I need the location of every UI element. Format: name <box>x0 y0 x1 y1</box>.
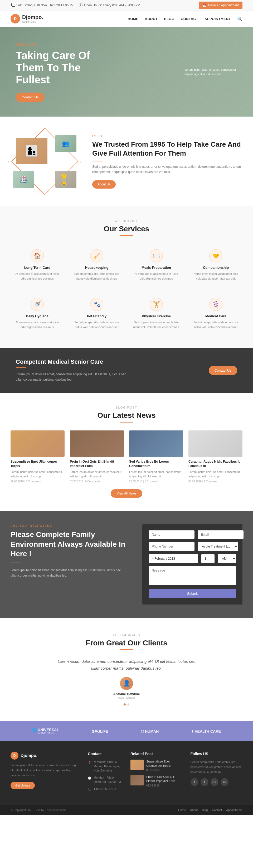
footer-about-col: D Djompo. Lorem ipsum dolor sit amet, co… <box>10 752 80 794</box>
copyright-nav-home[interactable]: Home <box>178 808 186 811</box>
about-button[interactable]: About Us <box>92 180 116 189</box>
partner-human-name: ⬡ HUMAN <box>141 729 159 734</box>
hero-tag: Senior Care <box>16 42 116 47</box>
dot-2[interactable] <box>127 704 129 706</box>
footer-post-image-1 <box>130 775 144 785</box>
appointment-desc: Lorem ipsum dolor sit amet, consectetur … <box>10 567 132 579</box>
logo: D Djompo. Senior Care <box>10 14 43 24</box>
blog-card-title-1: Proin In Orci Quis Elit Blandit Imperdie… <box>70 460 124 468</box>
copyright-nav: Home About Blog Contact Appointment <box>178 808 243 811</box>
main-header: D Djompo. Senior Care Home About Blog Co… <box>0 11 253 27</box>
testimonials-label: TESTIMONIALS <box>10 633 243 637</box>
ampm-select[interactable]: AM PM <box>218 554 236 563</box>
service-desc-0: At vero eos et accusamus et iusto odio d… <box>13 272 61 281</box>
copyright-nav-about[interactable]: About <box>190 808 198 811</box>
footer-post-date-0: 05.05.2018 <box>146 769 183 772</box>
view-all-news-button[interactable]: View All News <box>111 489 142 498</box>
blog-label: BLOG POST <box>10 406 243 409</box>
service-card-companionship: 🤝 Companionship Nemo enim ipsam voluptat… <box>189 244 243 286</box>
facebook-icon[interactable]: f <box>191 778 198 786</box>
footer-follow-col: Follow US Sed ut perspiciatis unde omnis… <box>191 752 243 794</box>
form-row-date-time: AM PM <box>149 554 236 563</box>
testimonials-divider <box>120 649 133 650</box>
email-input[interactable] <box>198 530 244 539</box>
footer-update-button[interactable]: Get Update <box>10 782 35 789</box>
footer: D Djompo. Lorem ipsum dolor sit amet, co… <box>0 741 253 805</box>
blog-card-title-0: Suspendisse Eget Ullamcorper Turpis <box>10 460 65 468</box>
twitter-icon[interactable]: t <box>200 778 209 786</box>
about-image-2 <box>13 170 34 188</box>
cta-title: Competent Medical Senior Care <box>16 359 127 365</box>
hero-content: Senior Care Taking Care Of Them To The F… <box>0 31 132 112</box>
services-section: WE PROVIDE Our Services 🏠 Long Term Care… <box>0 206 253 348</box>
footer-post-title-0: Suspendisse Eget Ullamcorper Turpis <box>146 760 183 768</box>
testimonial-text: Lorem ipsum dolor sit amet, consectetur … <box>48 658 205 672</box>
footer-post-title-1: Proin In Orci Quis Elit Blandit Imperdie… <box>146 775 183 783</box>
cta-contact-button[interactable]: Contact Us <box>209 366 237 375</box>
hero-desc-text: Lorem ipsum dolor sit amet, consectetur … <box>185 67 237 76</box>
footer-phone-text: 1-8154-5591-494 <box>94 787 116 791</box>
treatment-select[interactable]: Acute Treatment Ltd General Care Special… <box>198 542 238 551</box>
nav-about[interactable]: About <box>145 17 158 21</box>
date-input[interactable] <box>149 554 198 563</box>
hero-contact-button[interactable]: Contact Us <box>16 93 44 102</box>
long-term-icon: 🏠 <box>31 249 44 262</box>
hours-item: 🕐 Open Hours: Every 8:00 AM - 04:00 PM <box>78 3 140 7</box>
copyright-nav-blog[interactable]: Blog <box>202 808 208 811</box>
submit-button[interactable]: Submit <box>149 589 236 598</box>
blog-image-3 <box>188 430 243 457</box>
service-desc-2: At vero eos et accusamus et iusto odio d… <box>132 272 180 281</box>
hero-title: Taking Care Of Them To The Fullest <box>16 49 116 86</box>
cta-divider <box>16 367 26 368</box>
appointment-form: Acute Treatment Ltd General Care Special… <box>142 524 243 604</box>
about-main-image <box>16 138 48 164</box>
exercise-icon: 🏋️ <box>150 298 163 311</box>
footer-contact-col: Contact 📍 M Master Street & Menue, Bahum… <box>88 752 123 794</box>
testimonial-name: Antoine Dewline <box>10 692 243 696</box>
search-icon[interactable]: 🔍 <box>237 17 243 21</box>
companionship-icon: 🤝 <box>209 249 222 262</box>
hours-icon: 🕐 <box>88 776 91 780</box>
footer-hours: 🕐 Monday - Friday, 09:30 AM - 06:00 PM <box>88 775 123 784</box>
footer-phone-icon: 📞 <box>88 787 91 792</box>
nav-blog[interactable]: Blog <box>164 17 175 21</box>
carousel-next[interactable]: › <box>80 158 82 164</box>
blog-card-desc-0: Lorem ipsum dolor sit amet, consectetur … <box>10 470 65 478</box>
dot-1[interactable] <box>124 704 126 706</box>
footer-hours-text: Monday - Friday, 09:30 AM - 06:00 PM <box>94 775 123 784</box>
service-desc-7: Sed ut perspiciatis unde omnis iste natu… <box>192 320 240 330</box>
google-plus-icon[interactable]: g+ <box>211 778 219 786</box>
partner-universal-sub: BRAND NAME <box>32 732 59 735</box>
time-input[interactable] <box>201 554 215 563</box>
nav-home[interactable]: Home <box>128 17 138 21</box>
copyright-nav-appointment[interactable]: Appointment <box>226 808 243 811</box>
hero-section: Senior Care Taking Care Of Them To The F… <box>0 27 253 117</box>
nav-appointment[interactable]: Appointment <box>204 17 231 21</box>
social-icons: f t g+ in <box>191 778 243 786</box>
footer-address: 📍 M Master Street & Menue, Bahumugar, Ko… <box>88 760 123 773</box>
blog-image-0 <box>10 430 65 457</box>
name-input[interactable] <box>149 530 194 539</box>
service-card-medical: ⚕️ Medical Care Sed ut perspiciatis unde… <box>189 292 243 335</box>
service-name-7: Medical Care <box>192 314 240 318</box>
footer-logo: D Djompo. <box>10 752 80 760</box>
service-desc-1: Sed ut perspiciatis unde omnis iste natu… <box>73 272 121 281</box>
service-card-pet: 🐾 Pet Friendly Sed ut perspiciatis unde … <box>70 292 123 335</box>
phone-number: +62 828 11 96 75 <box>48 3 73 7</box>
carousel-prev[interactable]: ‹ <box>8 158 10 164</box>
phone-input[interactable] <box>149 542 194 551</box>
blog-card-meta-1: 02.05.2018 | 0 Comments <box>70 480 124 483</box>
phone-icon: 📞 <box>10 3 15 7</box>
copyright-nav-contact[interactable]: Contact <box>212 808 222 811</box>
blog-card-2: Sed Varius Eros Eu Lorem Condimentum Lor… <box>129 430 183 483</box>
nav-contact[interactable]: Contact <box>181 17 198 21</box>
service-desc-4: At vero eos et accusamus et iusto odio d… <box>13 320 61 330</box>
partner-universal: 🌐 UNIVERSAL BRAND NAME <box>32 728 59 735</box>
about-image-1 <box>55 135 76 152</box>
message-textarea[interactable] <box>149 566 236 585</box>
instagram-icon[interactable]: in <box>221 778 228 786</box>
top-appointment-button[interactable]: 📅 Make An Appointment <box>199 2 243 9</box>
service-card-hygiene: 🚿 Daily Hygiene At vero eos et accusamus… <box>10 292 64 335</box>
meals-icon: 🍽️ <box>150 249 163 262</box>
partner-soulife: S◎ULIFE <box>92 729 108 734</box>
